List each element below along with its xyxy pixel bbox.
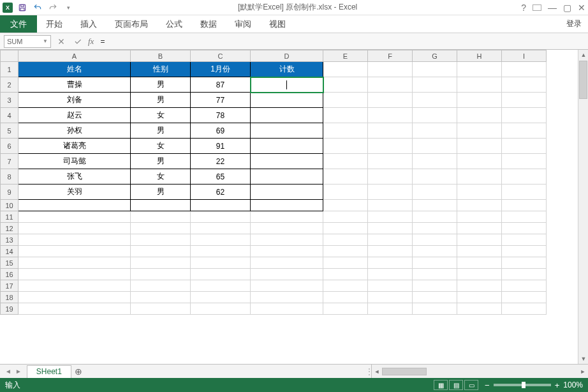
- cell-A6[interactable]: 诸葛亮: [18, 139, 131, 154]
- cell-G19[interactable]: [413, 303, 457, 315]
- cell-B13[interactable]: [131, 234, 191, 246]
- cell-I19[interactable]: [502, 303, 547, 315]
- zoom-in-icon[interactable]: +: [555, 381, 560, 390]
- cell-B14[interactable]: [131, 246, 191, 257]
- cell-G1[interactable]: [413, 62, 457, 77]
- cell-B18[interactable]: [131, 292, 191, 303]
- name-box-dropdown-icon[interactable]: ▼: [43, 38, 48, 44]
- cell-H5[interactable]: [457, 123, 502, 139]
- cell-E9[interactable]: [323, 185, 368, 200]
- view-pagelayout-icon[interactable]: ▤: [449, 380, 463, 390]
- cell-D8[interactable]: [251, 169, 323, 185]
- cell-D2[interactable]: [251, 77, 323, 93]
- cell-A12[interactable]: [18, 223, 131, 234]
- cell-C15[interactable]: [191, 257, 251, 269]
- close-icon[interactable]: ✕: [578, 3, 585, 12]
- cell-G8[interactable]: [413, 169, 457, 185]
- cell-E4[interactable]: [323, 108, 368, 123]
- row-header-7[interactable]: 7: [1, 154, 18, 169]
- zoom-out-icon[interactable]: −: [485, 381, 490, 390]
- cell-I5[interactable]: [502, 123, 547, 139]
- undo-icon[interactable]: [32, 2, 43, 13]
- cell-A15[interactable]: [18, 257, 131, 269]
- row-header-5[interactable]: 5: [1, 123, 18, 139]
- row-header-14[interactable]: 14: [1, 246, 18, 257]
- cell-D5[interactable]: [251, 123, 323, 139]
- tab-view[interactable]: 视图: [260, 15, 295, 33]
- cell-F16[interactable]: [368, 269, 413, 280]
- select-all-corner[interactable]: [1, 50, 18, 62]
- cell-B12[interactable]: [131, 223, 191, 234]
- cell-E7[interactable]: [323, 154, 368, 169]
- cell-H17[interactable]: [457, 280, 502, 292]
- cell-C4[interactable]: 78: [191, 108, 251, 123]
- view-pagebreak-icon[interactable]: ▭: [464, 380, 478, 390]
- cell-E5[interactable]: [323, 123, 368, 139]
- row-header-4[interactable]: 4: [1, 108, 18, 123]
- cell-A16[interactable]: [18, 269, 131, 280]
- cancel-formula-icon[interactable]: [55, 35, 68, 48]
- file-tab[interactable]: 文件: [0, 15, 37, 33]
- cell-F4[interactable]: [368, 108, 413, 123]
- redo-icon[interactable]: [47, 2, 59, 13]
- cell-B15[interactable]: [131, 257, 191, 269]
- cell-D12[interactable]: [251, 223, 323, 234]
- enter-formula-icon[interactable]: [71, 35, 84, 48]
- scroll-up-icon[interactable]: ▲: [578, 50, 588, 60]
- cell-B4[interactable]: 女: [131, 108, 191, 123]
- cell-I1[interactable]: [502, 62, 547, 77]
- cell-A4[interactable]: 赵云: [18, 108, 131, 123]
- cell-G18[interactable]: [413, 292, 457, 303]
- cell-C6[interactable]: 91: [191, 139, 251, 154]
- cell-H13[interactable]: [457, 234, 502, 246]
- cell-I16[interactable]: [502, 269, 547, 280]
- cell-B10[interactable]: [131, 200, 191, 211]
- cell-E17[interactable]: [323, 280, 368, 292]
- cell-C3[interactable]: 77: [191, 93, 251, 108]
- cell-B17[interactable]: [131, 280, 191, 292]
- cell-I14[interactable]: [502, 246, 547, 257]
- row-header-3[interactable]: 3: [1, 93, 18, 108]
- hscroll-thumb[interactable]: [382, 368, 427, 375]
- cell-A17[interactable]: [18, 280, 131, 292]
- cell-A10[interactable]: [18, 200, 131, 211]
- cell-H12[interactable]: [457, 223, 502, 234]
- tab-data[interactable]: 数据: [191, 15, 226, 33]
- scroll-right-icon[interactable]: ►: [578, 366, 588, 377]
- cell-A2[interactable]: 曹操: [18, 77, 131, 93]
- cell-H7[interactable]: [457, 154, 502, 169]
- cell-C14[interactable]: [191, 246, 251, 257]
- zoom-level[interactable]: 100%: [563, 381, 583, 389]
- cell-D14[interactable]: [251, 246, 323, 257]
- cell-G11[interactable]: [413, 211, 457, 223]
- cell-F12[interactable]: [368, 223, 413, 234]
- cell-A7[interactable]: 司马懿: [18, 154, 131, 169]
- cell-E15[interactable]: [323, 257, 368, 269]
- cell-G2[interactable]: [413, 77, 457, 93]
- cell-H19[interactable]: [457, 303, 502, 315]
- cell-E1[interactable]: [323, 62, 368, 77]
- cell-B3[interactable]: 男: [131, 93, 191, 108]
- cell-G4[interactable]: [413, 108, 457, 123]
- row-header-10[interactable]: 10: [1, 200, 18, 211]
- cell-A3[interactable]: 刘备: [18, 93, 131, 108]
- cell-G14[interactable]: [413, 246, 457, 257]
- fx-icon[interactable]: fx: [88, 36, 94, 47]
- cell-C5[interactable]: 69: [191, 123, 251, 139]
- cell-H8[interactable]: [457, 169, 502, 185]
- row-header-17[interactable]: 17: [1, 280, 18, 292]
- col-header-B[interactable]: B: [131, 50, 191, 62]
- cell-B2[interactable]: 男: [131, 77, 191, 93]
- scroll-track[interactable]: [578, 100, 588, 354]
- col-header-F[interactable]: F: [368, 50, 413, 62]
- cell-A9[interactable]: 关羽: [18, 185, 131, 200]
- cell-F8[interactable]: [368, 169, 413, 185]
- col-header-C[interactable]: C: [191, 50, 251, 62]
- cell-D10[interactable]: [251, 200, 323, 211]
- cell-I2[interactable]: [502, 77, 547, 93]
- cell-C9[interactable]: 62: [191, 185, 251, 200]
- cell-E13[interactable]: [323, 234, 368, 246]
- row-header-16[interactable]: 16: [1, 269, 18, 280]
- cell-G3[interactable]: [413, 93, 457, 108]
- cell-C7[interactable]: 22: [191, 154, 251, 169]
